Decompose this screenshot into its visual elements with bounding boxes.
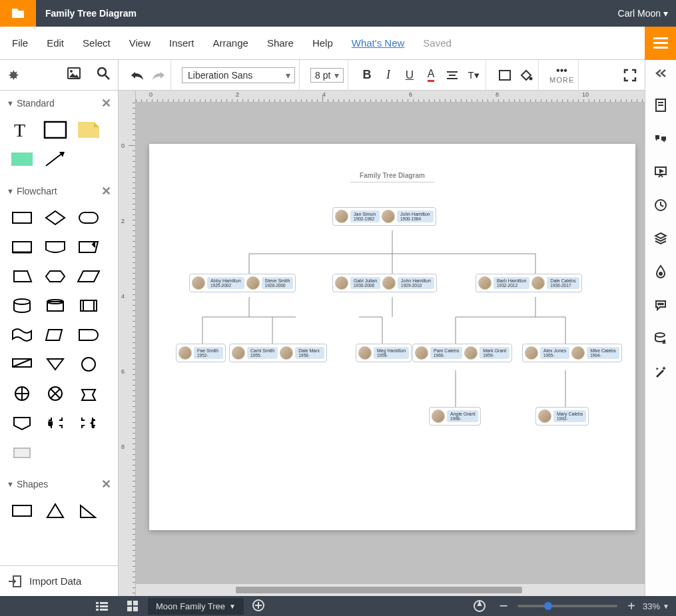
close-panel-icon[interactable]: ✕ (101, 96, 111, 111)
close-panel-icon[interactable]: ✕ (101, 477, 111, 491)
shape-line[interactable] (41, 148, 69, 170)
menu-help[interactable]: Help (312, 37, 333, 49)
text-color-button[interactable]: A (423, 67, 439, 83)
flowchart-shape[interactable] (41, 206, 69, 229)
shape-block[interactable] (41, 119, 69, 141)
bold-button[interactable]: B (359, 67, 375, 83)
flowchart-shape[interactable] (8, 236, 36, 258)
flowchart-shape[interactable] (8, 294, 36, 317)
person-card[interactable]: Barb Hamilton1932-2012Dale Calebs1936-20… (476, 274, 582, 292)
comments-icon[interactable] (653, 131, 669, 147)
more-button[interactable]: ••• (554, 66, 570, 75)
font-size-select[interactable]: 8 pt (310, 68, 344, 83)
flowchart-shape[interactable] (41, 324, 69, 346)
outline-view-icon[interactable] (87, 596, 117, 616)
page-settings-icon[interactable] (653, 97, 669, 113)
data-linking-icon[interactable] (653, 330, 669, 346)
close-panel-icon[interactable]: ✕ (101, 184, 111, 198)
align-button[interactable] (444, 67, 460, 83)
shape-rect[interactable] (8, 499, 36, 522)
fullscreen-button[interactable] (622, 67, 638, 83)
flowchart-shape[interactable]: { (75, 412, 103, 434)
flowchart-shape[interactable] (8, 324, 36, 346)
settings-icon[interactable]: ✸ (8, 67, 19, 83)
font-family-select[interactable]: Liberation Sans (182, 67, 295, 83)
flowchart-shape[interactable] (41, 353, 69, 376)
shape-style-button[interactable] (497, 67, 513, 83)
person-card[interactable]: Abby Hamilton1925-2002Steve Smith1928-20… (189, 274, 296, 292)
italic-button[interactable]: I (380, 67, 396, 83)
zoom-out-button[interactable]: − (495, 596, 512, 616)
menu-arrange[interactable]: Arrange (213, 37, 248, 49)
shape-hotspot[interactable] (8, 148, 36, 170)
present-icon[interactable] (653, 164, 669, 180)
flowchart-shape[interactable]: ≡ (41, 412, 69, 434)
menu-view[interactable]: View (129, 37, 151, 49)
user-menu[interactable]: Carl Moon ▾ (618, 8, 668, 19)
shape-text[interactable]: T (8, 119, 36, 141)
panel-shapes-header[interactable]: ▼Shapes ✕ (0, 471, 118, 497)
shape-rtriangle[interactable] (75, 499, 103, 522)
menu-insert[interactable]: Insert (169, 37, 194, 49)
menu-whats-new[interactable]: What's New (352, 37, 405, 49)
flowchart-shape[interactable] (75, 265, 103, 288)
ink-icon[interactable] (653, 264, 669, 280)
zoom-level[interactable]: 33% (643, 601, 660, 611)
person-card[interactable]: Pam Calebs1960-Mark Grant1959- (412, 344, 512, 362)
chat-icon[interactable] (653, 297, 669, 313)
menu-file[interactable]: File (12, 37, 28, 49)
flowchart-shape[interactable] (8, 441, 36, 463)
shape-note[interactable] (75, 119, 103, 141)
flowchart-shape[interactable] (8, 353, 36, 376)
panel-standard-header[interactable]: ▼Standard ✕ (0, 91, 118, 116)
zoom-in-button[interactable]: + (623, 596, 640, 616)
person-card[interactable]: Gabi Julian1930-2008John Hamilton1929-20… (332, 274, 437, 292)
flowchart-shape[interactable] (75, 324, 103, 346)
document-title[interactable]: Family Tree Diagram (45, 8, 137, 19)
canvas-area[interactable]: 02468 0246810 Family Tree Diagram (119, 91, 645, 596)
flowchart-shape[interactable] (75, 206, 103, 229)
person-card[interactable]: Alex Jones1965-Mike Calebs1964- (522, 344, 622, 362)
page-tab[interactable]: Moon Family Tree▼ (148, 598, 244, 615)
menu-edit[interactable]: Edit (47, 37, 64, 49)
shape-triangle-up[interactable] (41, 499, 69, 522)
collapse-panel-icon[interactable] (653, 65, 669, 81)
flowchart-shape[interactable] (75, 353, 103, 376)
feedback-icon[interactable] (464, 596, 495, 616)
person-card[interactable]: Mary Calebs1992- (535, 407, 589, 426)
image-icon[interactable] (67, 67, 81, 83)
person-card[interactable]: Meg Hamilton1959- (356, 344, 412, 362)
import-data-button[interactable]: Import Data (0, 565, 118, 596)
menu-share[interactable]: Share (267, 37, 294, 49)
flowchart-shape[interactable] (41, 382, 69, 405)
flowchart-shape[interactable] (41, 294, 69, 317)
flowchart-shape[interactable] (8, 382, 36, 405)
panel-flowchart-header[interactable]: ▼Flowchart ✕ (0, 178, 118, 204)
person-card[interactable]: Jan Simon1902-1982John Hamilton1900-1984 (332, 207, 436, 226)
underline-button[interactable]: U (402, 67, 418, 83)
flowchart-shape[interactable] (8, 412, 36, 434)
undo-button[interactable] (129, 67, 145, 83)
flowchart-shape[interactable] (8, 206, 36, 229)
magic-icon[interactable] (653, 364, 669, 380)
layers-icon[interactable] (653, 230, 669, 246)
grid-view-icon[interactable] (117, 596, 148, 616)
app-logo[interactable] (0, 0, 36, 27)
history-icon[interactable] (653, 197, 669, 213)
add-page-button[interactable] (252, 599, 265, 614)
menu-select[interactable]: Select (83, 37, 111, 49)
flowchart-shape[interactable] (75, 382, 103, 405)
person-card[interactable]: Cami Smith1955-Dale Marx1958- (229, 344, 327, 362)
person-card[interactable]: Angie Grant1988- (429, 407, 481, 426)
horizontal-scrollbar[interactable] (136, 584, 645, 596)
redo-button[interactable] (151, 67, 167, 83)
person-card[interactable]: Fae Smith1952- (176, 344, 226, 362)
hamburger-button[interactable] (645, 27, 676, 60)
flowchart-shape[interactable] (75, 294, 103, 317)
flowchart-shape[interactable] (75, 236, 103, 258)
zoom-slider[interactable] (517, 605, 617, 607)
fill-button[interactable] (518, 67, 534, 83)
flowchart-shape[interactable] (41, 265, 69, 288)
flowchart-shape[interactable] (8, 265, 36, 288)
search-icon[interactable] (97, 67, 110, 83)
